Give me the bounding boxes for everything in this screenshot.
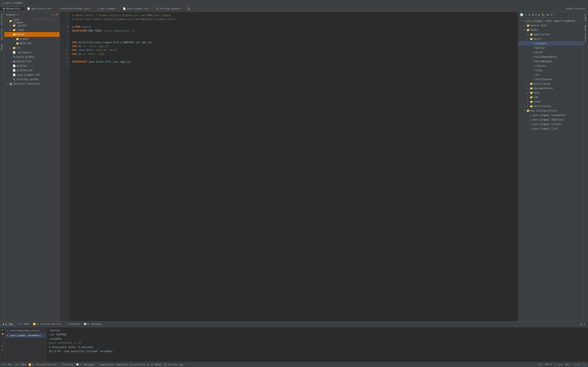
run-up-btn[interactable]: ↑ [1, 336, 4, 340]
tree-item-gradle-sub[interactable]: 📁gradle [4, 37, 60, 41]
gradle-item-build-task[interactable]: ⚙build [518, 50, 584, 55]
bottom-settings-icon[interactable]: ⚙ [580, 322, 582, 326]
tree-item-gradlew-bat[interactable]: 📄gradlew.bat [4, 68, 60, 73]
tree-item-dockerfile[interactable]: 🐳Dockerfile [4, 59, 60, 64]
gradle-collapse-icon[interactable]: ⊟ [535, 13, 537, 17]
bottom-tab-messages[interactable]: 💬0: Messages [82, 323, 104, 325]
gradle-item-buildDependents[interactable]: ⚙buildDependents [518, 55, 584, 59]
tab-java-jingwei-iml[interactable]: 📄java-jingwei.iml✕ [121, 7, 153, 10]
run-scroll-btn[interactable]: ⊞ [1, 344, 4, 348]
gradle-item-build-group[interactable]: ▼📁build [518, 37, 584, 41]
bottom-tab-terminal[interactable]: ⬛Terminal [63, 323, 82, 325]
gradle-item-rc-assemble[interactable]: ▶java-jingwei [assemble] [518, 113, 584, 117]
tab-excel-service[interactable]: ☕ExcelServiceImpl.java✕ [56, 7, 95, 10]
gradle-skip-icon[interactable]: ⏭ [546, 13, 550, 17]
favorites-tab[interactable]: Favorites [0, 27, 4, 42]
gradle-add-icon[interactable]: + [525, 13, 527, 17]
gradle-label-bootJar: bootJar [535, 47, 546, 49]
tree-item-gradle-folder[interactable]: ▶📁.gradle [4, 23, 60, 28]
gradle-item-clean[interactable]: ⚙clean [518, 68, 584, 73]
tab-application-yml[interactable]: 📄application.yml✕ [25, 7, 56, 10]
gradle-item-application[interactable]: ▶📁application [518, 32, 584, 37]
gradle-item-rc-clean[interactable]: ▶java-jingwei [clean] [518, 122, 584, 126]
tree-item-iml-file[interactable]: 📄java-jingwei.iml [4, 73, 60, 77]
status-todo-item[interactable]: ☑ 6: TODO [14, 363, 26, 366]
gradle-item-buildNeeded[interactable]: ⚙buildNeeded [518, 59, 584, 64]
status-encoding[interactable]: UTF-8 [545, 363, 552, 366]
gradle-item-help[interactable]: ▶📁help [518, 91, 584, 95]
tab-close-dockerfile[interactable]: ✕ [21, 8, 22, 10]
tree-item-meta-inf[interactable]: 📁META-INF [4, 41, 60, 46]
run-stop-btn[interactable]: ■ [1, 332, 4, 335]
gradle-item-rc-bootjar[interactable]: ▶java-jingwei [bootJar] [518, 117, 584, 122]
tree-item-gradlew[interactable]: 📄gradlew [4, 64, 60, 68]
bottom-tab-todo[interactable]: ☑6: TODO [15, 323, 31, 325]
structure-tab[interactable]: Structure [0, 12, 4, 27]
tab-settings-gradle[interactable]: 🔧settings.gradle✕ [153, 7, 185, 10]
pin-icon[interactable]: 📌 [55, 13, 58, 16]
gradle-item-rc-jar[interactable]: ▶java-jingwei [jar] [518, 126, 584, 131]
collapse-icon[interactable]: ⊟ [51, 13, 52, 16]
status-position[interactable]: 31:1 [537, 363, 543, 366]
tree-item-external-libs[interactable]: ▶📚External Libraries [4, 82, 60, 86]
gradle-item-verification[interactable]: ▶📁verification [518, 104, 584, 108]
tree-item-gitignore[interactable]: 📄.gitignore [4, 50, 60, 55]
editor-code[interactable]: # docker build -t docker-registry.bigdat… [70, 12, 518, 321]
tree-item-build-folder[interactable]: ▼📁build [4, 32, 60, 37]
gradle-item-run-configurations[interactable]: ▼📁Run Configurations [518, 108, 584, 113]
maven-side-tab[interactable]: Maven Projects [584, 23, 588, 44]
bottom-close-icon[interactable]: ✕ [583, 322, 586, 326]
bottom-tab-run[interactable]: ▶4: Run [1, 323, 15, 326]
gradle-item-testClasses[interactable]: ⚙testClasses [518, 77, 584, 82]
run-play-btn[interactable]: ▶ [1, 328, 4, 331]
maven-tab[interactable]: Maven [0, 42, 4, 52]
status-terminal-item[interactable]: ⬛ Terminal [59, 363, 73, 366]
tab-close-java-jingwei[interactable]: ✕ [116, 8, 118, 10]
gradle-item-bootJar[interactable]: ⚙bootJar [518, 46, 584, 50]
gradle-label-rc-jar: java-jingwei [jar] [532, 127, 559, 130]
status-run-item[interactable]: ▶ 4: Run [2, 363, 12, 366]
bottom-tab-version-control[interactable]: 🔀9: Version Control [31, 323, 63, 325]
gradle-icon-testClasses: ⚙ [533, 78, 535, 81]
gradle-settings-icon[interactable]: ⚙ [550, 13, 553, 17]
gradle-item-jar[interactable]: ⚙jar [518, 73, 584, 77]
tree-item-idea-folder[interactable]: ▶📁.idea [4, 28, 60, 32]
run-wrap-btn[interactable]: ⌨ [1, 349, 4, 352]
run-sidebar-item-assemble-run[interactable]: ▶java-jingwei [assemble] [6, 333, 46, 338]
gradle-expand-icon[interactable]: ⊞ [532, 13, 534, 17]
gradle-run-icon[interactable]: ▶ [538, 13, 540, 17]
gradle-item-other[interactable]: ▶📁other [518, 100, 584, 104]
bottom-tab-icon-terminal: ⬛ [65, 323, 68, 325]
tab-close-settings-gradle[interactable]: ✕ [181, 8, 182, 10]
settings-icon[interactable]: ⚙ [53, 13, 54, 16]
gradle-item-build-setup[interactable]: ▶📁build setup [518, 82, 584, 86]
tree-item-src-folder[interactable]: ▶📁src [4, 46, 60, 50]
tab-java-jingwei[interactable]: ☕java-jingwei✕ [94, 7, 120, 10]
run-down-btn[interactable]: ↓ [1, 340, 4, 343]
status-messages-item[interactable]: 💬 0: Messages [76, 363, 95, 366]
tab-close-java-jingwei-iml[interactable]: ✕ [149, 8, 150, 10]
project-dropdown-arrow[interactable]: ▼ [17, 14, 18, 16]
gradle-sync-icon[interactable]: ⟳ [528, 13, 531, 17]
status-vcs-branch[interactable]: Git: dev ↑ [558, 363, 572, 366]
gradle-debug-icon[interactable]: 🐛 [541, 13, 545, 17]
gradle-refresh-icon[interactable]: 🔄 [520, 13, 524, 17]
gradle-item-classes[interactable]: ⚙classes [518, 64, 584, 68]
gradle-item-java-jingwei-root[interactable]: ▼▶java-jingwei (auto-import enabled) [518, 19, 584, 23]
gradle-item-assemble[interactable]: ⚙assemble [518, 41, 584, 46]
run-sidebar-item-java-app[interactable]: ▶JavaJingweiApplication [6, 328, 46, 333]
tab-close-application-yml[interactable]: ✕ [52, 8, 54, 10]
tree-item-root[interactable]: ▼📁java-jingwei~/IdeaProjects/java-jin [4, 19, 60, 23]
tab-close-excel-service[interactable]: ✕ [90, 8, 92, 10]
tree-item-build-gradle[interactable]: 🔧build.gradle [4, 55, 60, 59]
status-vcs-item[interactable]: 🔀 9: Version Control [28, 363, 56, 366]
gradle-item-ide[interactable]: ▶📁ide [518, 95, 584, 100]
tree-item-settings[interactable]: 🔧settings.gradle [4, 77, 60, 82]
gradle-arrow-build-setup: ▶ [527, 83, 529, 85]
gradle-item-source-sets[interactable]: ▶📁Source Sets [518, 23, 584, 28]
gradle-item-tasks[interactable]: ▼📁Tasks [518, 28, 584, 32]
gradle-item-documentation[interactable]: ▶📁documentation [518, 86, 584, 91]
tab-dockerfile[interactable]: 🐳Dockerfile✕ [0, 7, 25, 10]
gradle-side-tab[interactable]: Gradle [584, 12, 588, 23]
status-event-log[interactable]: Event Log [574, 363, 586, 366]
